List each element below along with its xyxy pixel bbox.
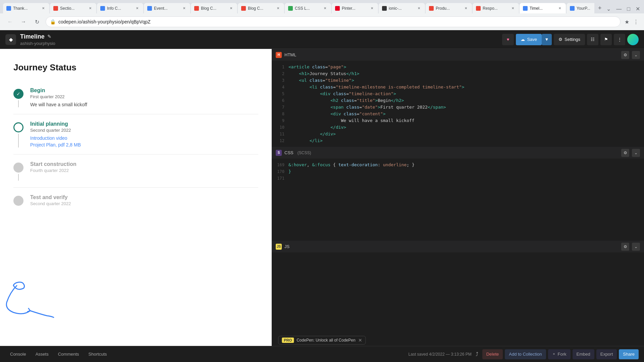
tab-close-icon[interactable]: ✕ [510,6,516,11]
js-settings-button[interactable]: ⚙ [621,243,629,251]
comments-tab[interactable]: Comments [53,349,84,360]
settings-icon[interactable]: ⋮ [633,19,639,25]
tab-close-icon[interactable]: ✕ [181,6,187,11]
js-code-area[interactable] [272,253,644,346]
tab-title: Pinter... [342,6,367,11]
timeline-dot [13,122,23,132]
timeline-connector [18,134,19,147]
assets-tab[interactable]: Assets [31,349,53,360]
like-button[interactable]: ♥ [502,34,514,45]
code-line: 10 </div> [272,124,644,131]
browser-tab-t9[interactable]: ionic-... ✕ [378,3,425,13]
css-collapse-button[interactable]: ⌄ [632,149,640,157]
html-collapse-button[interactable]: ⌄ [632,51,640,59]
tab-favicon [241,6,246,11]
browser-tab-t4[interactable]: Event... ✕ [144,3,191,13]
browser-tab-t5[interactable]: Blog C... ✕ [191,3,237,13]
console-tab[interactable]: Console [5,349,31,360]
timeline-item: ✓ Begin First quarter 2022 We will have … [13,81,258,114]
codepen-logo[interactable]: ◆ [5,34,16,45]
back-button[interactable]: ← [5,17,15,26]
html-editor-section: H HTML ⚙ ⌄ 1<article class="page">2 <h1>… [272,49,644,147]
main-area: Journey Status ✓ Begin First quarter 202… [0,49,644,346]
tab-title: Sectio... [60,6,86,11]
tab-close-icon[interactable]: ✕ [463,6,469,11]
heart-icon: ♥ [507,37,509,42]
tab-close-icon[interactable]: ✕ [369,6,375,11]
settings-button[interactable]: ⚙ Settings [554,34,585,45]
preview-panel: Journey Status ✓ Begin First quarter 202… [0,49,272,346]
shortcuts-tab[interactable]: Shortcuts [84,349,112,360]
address-bar[interactable]: 🔒 codepen.io/ashish-yourphysio/pen/qBpVq… [46,16,621,27]
open-external-icon[interactable]: ⤴ [476,351,478,357]
embed-button[interactable]: Embed [573,349,594,359]
html-code-area[interactable]: 1<article class="page">2 <h1>Journey Sta… [272,61,644,147]
html-lang-label: HTML [284,52,296,57]
timeline-dot-col [13,194,23,209]
code-line: 1<article class="page"> [272,64,644,70]
timeline-item: Start construction Fourth quarter 2022 [13,155,258,188]
pro-banner-close[interactable]: ✕ [358,338,362,343]
save-dropdown-button[interactable]: ▼ [542,34,552,45]
share-button[interactable]: Share [619,349,639,359]
code-line: 9 We will have a small kickoff [272,117,644,124]
milestone-link[interactable]: Project Plan, pdf 2,8 MB [30,142,258,147]
user-avatar[interactable] [627,34,639,45]
tab-close-icon[interactable]: ✕ [41,6,46,11]
layout-button[interactable]: ☷ [587,34,598,45]
new-tab-button[interactable]: + [594,3,605,13]
tab-title: Timel... [530,6,555,11]
browser-tab-t11[interactable]: Respo... ✕ [472,3,519,13]
delete-button[interactable]: Delete [482,349,503,359]
minimize-button[interactable]: — [615,5,623,13]
address-bar-row: ← → ↻ 🔒 codepen.io/ashish-yourphysio/pen… [0,13,644,30]
html-settings-button[interactable]: ⚙ [621,51,629,59]
browser-tab-t13[interactable]: YourP... ✕ [566,3,594,13]
browser-tab-t7[interactable]: CSS L... ✕ [284,3,331,13]
fork-button[interactable]: ⚬ Fork [548,349,571,359]
browser-tab-t1[interactable]: Thank... ✕ [3,3,50,13]
tab-favicon [6,6,11,11]
tab-close-icon[interactable]: ✕ [88,6,93,11]
milestone-content: We will have a small kickoff [30,102,258,107]
add-to-collection-button[interactable]: Add to Collection [505,349,546,359]
browser-tab-t8[interactable]: Pinter... ✕ [331,3,378,13]
pen-author: ashish-yourphysio [20,41,55,46]
maximize-button[interactable]: □ [626,5,632,13]
reload-button[interactable]: ↻ [32,17,42,26]
tab-overflow-button[interactable]: ⌄ [605,4,612,13]
browser-tab-t3[interactable]: Info C... ✕ [97,3,144,13]
close-button[interactable]: ✕ [634,4,641,13]
bookmark-icon[interactable]: ★ [625,19,629,25]
tab-close-icon[interactable]: ✕ [228,6,234,11]
forward-button[interactable]: → [19,17,28,26]
save-button[interactable]: ☁ Save [516,34,542,45]
css-settings-button[interactable]: ⚙ [621,149,629,157]
export-button[interactable]: Export [596,349,617,359]
tab-close-icon[interactable]: ✕ [135,6,140,11]
browser-tab-t2[interactable]: Sectio... ✕ [50,3,97,13]
tab-favicon [335,6,340,11]
code-line: 4 <li class="timeline-milestone is-compl… [272,84,644,90]
browser-tab-t6[interactable]: Blog C... ✕ [237,3,284,13]
more-button[interactable]: ⋮ [614,34,625,45]
code-line: 171 [272,175,644,182]
css-sublang-label: (SCSS) [298,150,311,155]
browser-tab-t10[interactable]: Produ... ✕ [425,3,472,13]
tab-close-icon[interactable]: ✕ [275,6,281,11]
tab-close-icon[interactable]: ✕ [557,6,562,11]
flag-button[interactable]: ⚑ [600,34,612,45]
milestone-date: Fourth quarter 2022 [30,168,258,173]
tab-favicon [100,6,105,11]
tab-title: Produ... [436,6,461,11]
js-collapse-button[interactable]: ⌄ [632,243,640,251]
address-bar-actions: ★ ⋮ [625,19,639,25]
tab-close-icon[interactable]: ✕ [322,6,328,11]
edit-title-icon[interactable]: ✎ [47,34,51,39]
css-code-area[interactable]: 169 &:hover, &:focus { text-decoration: … [272,159,644,241]
tab-favicon [570,6,575,11]
timeline-list: ✓ Begin First quarter 2022 We will have … [13,81,258,216]
tab-close-icon[interactable]: ✕ [416,6,422,11]
browser-tab-t12[interactable]: Timel... ✕ [519,3,566,13]
milestone-link[interactable]: Introduction video [30,135,258,141]
